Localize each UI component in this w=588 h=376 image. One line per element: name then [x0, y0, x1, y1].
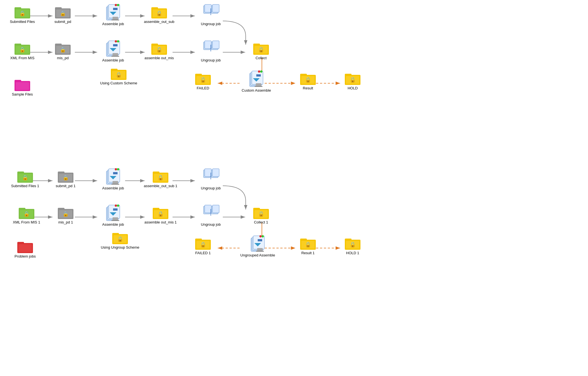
node-mis-pd-1[interactable]: 🔒 mis_pd 1	[49, 206, 82, 224]
svg-rect-163	[212, 205, 219, 213]
node-assemble-job-1b[interactable]: Assemble job	[96, 167, 130, 190]
node-sample-files[interactable]: Sample Files	[8, 78, 36, 96]
svg-text:🔒: 🔒	[258, 211, 264, 217]
ungroup-icon-2b	[202, 203, 220, 221]
node-assemble-out-sub[interactable]: 🔒 assemble_out_sub	[141, 6, 177, 24]
node-submit-pd-1[interactable]: 🔒 submit_pd 1	[49, 170, 82, 188]
svg-rect-53	[212, 4, 219, 12]
svg-point-126	[115, 168, 117, 170]
svg-rect-45	[111, 20, 119, 20]
svg-rect-104	[255, 86, 262, 87]
node-assemble-job-1[interactable]: Assemble job	[96, 3, 130, 26]
node-ungroup-job-2[interactable]: Ungroup job	[194, 39, 228, 62]
svg-rect-71	[111, 56, 119, 57]
node-failed-1[interactable]: 🔒 FAILED 1	[188, 237, 218, 255]
svg-point-127	[117, 168, 119, 170]
node-xml-from-mis[interactable]: 🔒 XML From MIS	[8, 42, 36, 60]
node-ungrouped-assemble[interactable]: Ungrouped Assemble	[237, 234, 279, 257]
svg-text:🔒: 🔒	[200, 242, 206, 248]
folder-green-3-icon: 🔒	[17, 170, 33, 183]
node-failed[interactable]: 🔒 FAILED	[188, 72, 218, 90]
node-collect[interactable]: 🔒 Collect	[246, 42, 276, 60]
svg-text:🔒: 🔒	[258, 47, 264, 53]
svg-rect-123	[109, 169, 120, 182]
svg-marker-150	[113, 208, 118, 211]
svg-text:🔒: 🔒	[19, 10, 26, 16]
svg-marker-99	[256, 74, 261, 77]
node-ungroup-job-1[interactable]: Ungroup job	[194, 3, 228, 26]
svg-rect-135	[205, 169, 211, 177]
svg-rect-91	[16, 82, 29, 90]
node-assemble-out-sub-1[interactable]: 🔒 assemble_out_sub 1	[141, 170, 180, 188]
folder-yellow-2-icon: 🔒	[151, 42, 167, 55]
svg-rect-182	[253, 236, 264, 249]
folder-yellow-3-icon: 🔒	[253, 42, 269, 55]
node-result-1[interactable]: 🔒 Result 1	[294, 237, 322, 255]
node-custom-assemble[interactable]: Custom Assemble	[237, 69, 276, 92]
custom-assemble-icon	[247, 69, 265, 87]
node-result[interactable]: 🔒 Result	[294, 72, 322, 90]
folder-gray-4-icon: 🔒	[58, 206, 73, 219]
node-assemble-out-mis[interactable]: 🔒 assemble out_mis	[141, 42, 177, 60]
folder-yellow-icon: 🔒	[151, 6, 167, 18]
svg-rect-129	[111, 184, 119, 185]
folder-gray-2-icon: 🔒	[55, 42, 71, 55]
svg-marker-183	[258, 239, 262, 241]
node-assemble-job-2b[interactable]: Assemble job	[96, 203, 130, 227]
svg-rect-188	[256, 251, 264, 252]
svg-rect-175	[18, 244, 32, 252]
folder-red-icon	[17, 240, 33, 253]
svg-text:🔒: 🔒	[117, 236, 123, 242]
svg-rect-39	[109, 4, 120, 18]
folder-green-icon: 🔒	[15, 6, 30, 18]
svg-text:🔒: 🔒	[350, 242, 356, 248]
assemble-icon-2b	[104, 203, 122, 221]
node-hold[interactable]: 🔒 HOLD	[339, 72, 367, 90]
folder-gray-icon: 🔒	[55, 6, 71, 18]
node-using-custom-scheme[interactable]: 🔒 Using Custom Scheme	[98, 67, 140, 85]
assemble-icon-1	[104, 3, 122, 21]
svg-rect-65	[109, 41, 120, 54]
assemble-icon-1b	[104, 167, 122, 185]
node-collect-1[interactable]: 🔒 Collect 1	[246, 206, 276, 224]
node-mis-pd[interactable]: 🔒 mis_pd	[49, 42, 77, 60]
folder-yellow-11-icon: 🔒	[112, 231, 128, 244]
svg-text:🔒: 🔒	[60, 10, 66, 16]
folder-yellow-10-icon: 🔒	[253, 206, 269, 219]
folder-yellow-5-icon: 🔒	[195, 72, 211, 85]
folder-yellow-9-icon: 🔒	[153, 206, 168, 219]
node-submitted-files[interactable]: 🔒 Submitted Files	[8, 6, 36, 24]
svg-marker-124	[113, 172, 118, 174]
node-submitted-files-1[interactable]: 🔒 Submitted Files 1	[8, 170, 42, 188]
svg-point-153	[117, 204, 119, 207]
folder-gray-3-icon: 🔒	[58, 170, 73, 183]
folder-green-4-icon: 🔒	[19, 206, 34, 219]
svg-text:🔒: 🔒	[156, 47, 162, 53]
node-assemble-out-mis-1[interactable]: 🔒 assemble out_mis 1	[141, 206, 180, 224]
node-ungroup-job-1b[interactable]: Ungroup job	[194, 167, 228, 190]
node-submit-pd[interactable]: 🔒 submit_pd	[49, 6, 77, 24]
svg-text:🔒: 🔒	[116, 72, 122, 78]
svg-text:🔒: 🔒	[157, 175, 164, 181]
svg-rect-77	[205, 41, 211, 49]
node-using-ungroup-scheme[interactable]: 🔒 Using Ungroup Scheme	[98, 231, 142, 249]
svg-point-68	[115, 40, 117, 42]
node-xml-from-mis-1[interactable]: 🔒 XML From MIS 1	[8, 206, 45, 224]
svg-rect-51	[205, 4, 211, 12]
svg-text:🔒: 🔒	[156, 10, 162, 16]
svg-rect-98	[252, 71, 263, 84]
folder-yellow-12-icon: 🔒	[195, 237, 211, 250]
svg-rect-161	[205, 205, 211, 213]
svg-point-43	[117, 4, 119, 6]
svg-point-152	[115, 204, 117, 207]
folder-yellow-13-icon: 🔒	[300, 237, 316, 250]
node-problem-jobs[interactable]: Problem jobs	[8, 240, 42, 258]
folder-yellow-6-icon: 🔒	[300, 72, 316, 85]
svg-rect-155	[111, 220, 119, 221]
ungroup-icon-2	[202, 39, 220, 57]
ungrouped-assemble-icon	[249, 234, 267, 252]
node-hold-1[interactable]: 🔒 HOLD 1	[339, 237, 367, 255]
node-ungroup-job-2b[interactable]: Ungroup job	[194, 203, 228, 227]
node-assemble-job-2[interactable]: Assemble job	[96, 39, 130, 62]
folder-green-2-icon: 🔒	[15, 42, 30, 55]
